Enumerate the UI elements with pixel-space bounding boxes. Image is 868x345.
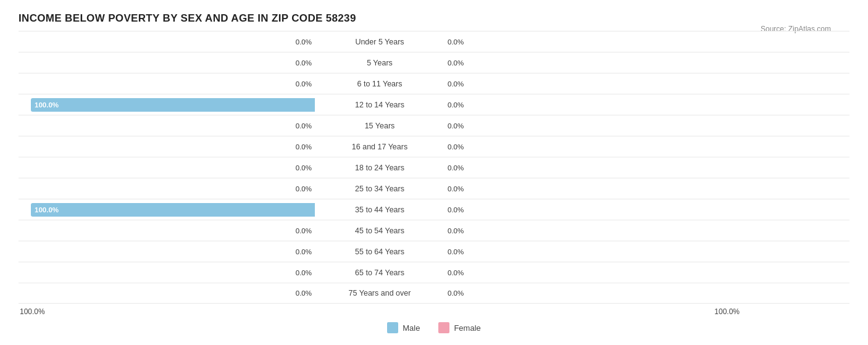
male-bar-value: 0.0% — [296, 248, 312, 256]
male-bar-value: 100.0% — [35, 101, 59, 109]
age-group-label: 18 to 24 Years — [315, 164, 444, 172]
chart-row: 0.0%18 to 24 Years0.0% — [19, 157, 849, 178]
male-bar-value: 0.0% — [296, 289, 312, 297]
female-bar-value: 0.0% — [448, 122, 464, 130]
female-bar-container: 0.0% — [444, 157, 741, 178]
female-bar-value: 0.0% — [448, 143, 464, 151]
male-legend-label: Male — [403, 323, 420, 333]
female-bar-value: 0.0% — [448, 59, 464, 67]
age-group-label: 5 Years — [315, 59, 444, 67]
female-bar-value: 0.0% — [448, 289, 464, 297]
female-bar-container: 0.0% — [444, 115, 741, 136]
age-group-label: 55 to 64 Years — [315, 247, 444, 256]
chart-row: 0.0%65 to 74 Years0.0% — [19, 262, 849, 283]
chart-area: 0.0%Under 5 Years0.0%0.0%5 Years0.0%0.0%… — [19, 31, 849, 316]
female-bar-value: 0.0% — [448, 269, 464, 276]
female-bar-container: 0.0% — [444, 283, 741, 303]
chart-row: 0.0%5 Years0.0% — [19, 52, 849, 73]
female-bar-container: 0.0% — [444, 220, 741, 241]
male-bar: 100.0% — [31, 203, 315, 217]
male-bar-value: 0.0% — [296, 143, 312, 151]
male-bar-value: 0.0% — [296, 164, 312, 172]
female-bar-container: 0.0% — [444, 52, 741, 73]
female-bar-value: 0.0% — [448, 185, 464, 193]
male-bar-container: 0.0% — [19, 136, 315, 157]
chart-row: 100.0%35 to 44 Years0.0% — [19, 199, 849, 220]
legend: Male Female — [19, 322, 849, 333]
female-bar-container: 0.0% — [444, 73, 741, 94]
age-group-label: 6 to 11 Years — [315, 80, 444, 88]
female-bar-value: 0.0% — [448, 206, 464, 214]
chart-row: 0.0%16 and 17 Years0.0% — [19, 136, 849, 157]
female-bar-container: 0.0% — [444, 31, 741, 52]
chart-row: 0.0%45 to 54 Years0.0% — [19, 220, 849, 241]
female-bar-value: 0.0% — [448, 80, 464, 88]
axis-right-label: 100.0% — [444, 307, 741, 316]
male-bar-value: 0.0% — [296, 185, 312, 193]
chart-row: 0.0%15 Years0.0% — [19, 115, 849, 136]
male-bar-container: 100.0% — [19, 94, 315, 115]
chart-row: 0.0%55 to 64 Years0.0% — [19, 241, 849, 262]
male-bar-container: 0.0% — [19, 283, 315, 303]
age-group-label: 25 to 34 Years — [315, 185, 444, 193]
female-bar-value: 0.0% — [448, 101, 464, 109]
male-bar: 100.0% — [31, 98, 315, 112]
male-bar-container: 0.0% — [19, 52, 315, 73]
female-bar-container: 0.0% — [444, 94, 741, 115]
male-bar-value: 0.0% — [296, 59, 312, 67]
female-legend-box — [438, 322, 449, 333]
chart-row: 0.0%Under 5 Years0.0% — [19, 31, 849, 52]
chart-title: INCOME BELOW POVERTY BY SEX AND AGE IN Z… — [19, 12, 849, 25]
axis-labels: 100.0% 100.0% — [19, 307, 849, 316]
age-group-label: 75 Years and over — [315, 289, 444, 297]
female-bar-container: 0.0% — [444, 262, 741, 283]
age-group-label: 35 to 44 Years — [315, 206, 444, 214]
female-bar-container: 0.0% — [444, 178, 741, 199]
male-bar-container: 0.0% — [19, 73, 315, 94]
chart-row: 0.0%6 to 11 Years0.0% — [19, 73, 849, 94]
male-bar-container: 0.0% — [19, 241, 315, 262]
male-bar-container: 0.0% — [19, 31, 315, 52]
age-group-label: 15 Years — [315, 122, 444, 130]
female-bar-value: 0.0% — [448, 227, 464, 235]
chart-row: 100.0%12 to 14 Years0.0% — [19, 94, 849, 115]
male-bar-container: 0.0% — [19, 157, 315, 178]
male-bar-container: 100.0% — [19, 199, 315, 220]
age-group-label: 16 and 17 Years — [315, 143, 444, 151]
age-group-label: 65 to 74 Years — [315, 268, 444, 277]
female-bar-value: 0.0% — [448, 38, 464, 46]
male-bar-container: 0.0% — [19, 115, 315, 136]
chart-row: 0.0%75 Years and over0.0% — [19, 283, 849, 304]
male-bar-value: 0.0% — [296, 227, 312, 235]
female-legend-label: Female — [454, 323, 480, 333]
male-bar-value: 0.0% — [296, 269, 312, 276]
legend-female: Female — [438, 322, 480, 333]
axis-left-label: 100.0% — [19, 307, 315, 316]
male-bar-container: 0.0% — [19, 178, 315, 199]
female-bar-container: 0.0% — [444, 241, 741, 262]
age-group-label: 45 to 54 Years — [315, 227, 444, 235]
male-bar-value: 0.0% — [296, 38, 312, 46]
chart-row: 0.0%25 to 34 Years0.0% — [19, 178, 849, 199]
male-bar-container: 0.0% — [19, 220, 315, 241]
male-bar-container: 0.0% — [19, 262, 315, 283]
legend-male: Male — [387, 322, 420, 333]
male-bar-value: 0.0% — [296, 80, 312, 88]
male-bar-value: 0.0% — [296, 122, 312, 130]
age-group-label: 12 to 14 Years — [315, 101, 444, 109]
female-bar-value: 0.0% — [448, 248, 464, 256]
female-bar-container: 0.0% — [444, 199, 741, 220]
female-bar-container: 0.0% — [444, 136, 741, 157]
female-bar-value: 0.0% — [448, 164, 464, 172]
age-group-label: Under 5 Years — [315, 38, 444, 46]
male-bar-value: 100.0% — [35, 206, 59, 214]
male-legend-box — [387, 322, 398, 333]
